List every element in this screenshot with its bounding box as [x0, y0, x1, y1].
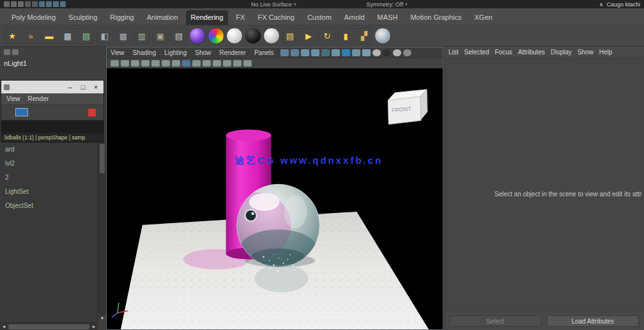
grid-toggle-icon[interactable] [280, 49, 289, 56]
front-image-plane[interactable]: FRONT [388, 90, 427, 125]
render-view-grid-icon[interactable]: ▦ [59, 28, 76, 44]
blinn-shader-sphere-icon[interactable] [263, 28, 280, 44]
menu-item[interactable]: Help [599, 49, 613, 56]
shelf-tab[interactable]: Sculpting [63, 10, 102, 25]
menu-item[interactable]: View [6, 95, 20, 102]
menu-item[interactable]: Focus [494, 49, 512, 56]
lighting-toggle-icon[interactable] [403, 49, 411, 56]
new-scene-icon[interactable] [4, 1, 10, 7]
area-light-icon[interactable]: ▬ [41, 28, 57, 44]
outliner-item[interactable]: LightSet [0, 185, 98, 199]
select-camera-icon[interactable] [111, 60, 119, 67]
menu-item[interactable]: Show [578, 49, 594, 56]
scroll-down-arrow-icon[interactable]: ▾ [98, 315, 106, 322]
shadows-icon[interactable] [233, 60, 241, 67]
snap-curve-icon[interactable] [46, 1, 52, 7]
shading-map-icon[interactable]: ▩ [115, 28, 132, 44]
safe-action-icon[interactable] [332, 49, 340, 56]
panel-menu-item[interactable]: Panels [254, 49, 274, 56]
maximize-button[interactable]: □ [78, 81, 88, 93]
window-titlebar[interactable]: – □ × [1, 81, 103, 93]
batch-render-icon[interactable]: ▮ [337, 28, 354, 44]
outliner-item[interactable]: ard [0, 143, 98, 157]
textured-sphere-icon[interactable] [374, 28, 391, 44]
outliner-item[interactable]: lvl2 [0, 157, 98, 171]
shading-flat-icon[interactable] [383, 49, 391, 56]
ipr-render-icon[interactable]: ↻ [319, 28, 335, 44]
film-gate-icon[interactable] [291, 49, 299, 56]
live-surface-field[interactable]: No Live Surface ▾ [251, 1, 296, 8]
uv-editor-icon[interactable]: ▥ [134, 28, 150, 44]
light-editor-icon[interactable]: ▤ [78, 28, 95, 44]
snap-point-icon[interactable] [53, 1, 59, 7]
panel-menu-item[interactable]: Show [195, 49, 211, 56]
isolate-select-icon[interactable] [182, 60, 190, 67]
symmetry-field[interactable]: Symmetry: Off ▾ [367, 1, 408, 8]
minimize-button[interactable]: – [65, 81, 75, 93]
smooth-shade-icon[interactable] [203, 60, 211, 67]
textured-icon[interactable] [213, 60, 221, 67]
gate-mask-icon[interactable] [311, 49, 319, 56]
image-plane-icon[interactable] [151, 60, 160, 67]
shelf-tab[interactable]: XGen [469, 10, 497, 25]
shelf-tab[interactable]: Arnold [339, 10, 370, 25]
menu-item[interactable]: Render [28, 95, 49, 102]
stop-render-button[interactable] [88, 109, 96, 116]
menu-item[interactable]: Selected [464, 49, 489, 56]
scrollbar-thumb[interactable] [8, 324, 89, 329]
menu-item[interactable]: Display [551, 49, 572, 56]
resolution-gate-icon[interactable] [301, 49, 309, 56]
shading-smooth-icon[interactable] [372, 49, 381, 56]
panel-menu-item[interactable]: Lighting [164, 49, 187, 56]
white-shader-sphere-icon[interactable] [226, 28, 243, 44]
shelf-tab[interactable]: Animation [142, 10, 183, 25]
outliner-horizontal-scrollbar[interactable]: ◂ ▸ [0, 322, 98, 330]
maya-software-sphere-icon[interactable] [189, 28, 206, 44]
panel-filter-icon[interactable] [12, 49, 19, 55]
shading-points-icon[interactable] [393, 49, 401, 56]
shelf-tab[interactable]: MASH [372, 10, 403, 25]
save-scene-icon[interactable] [18, 1, 24, 7]
wireframe-icon[interactable] [192, 60, 201, 67]
panel-menu-icon[interactable] [4, 49, 10, 55]
lock-camera-icon[interactable] [121, 60, 129, 67]
panel-menu-item[interactable]: Shading [133, 49, 157, 56]
shelf-tab[interactable]: Rendering [186, 10, 229, 25]
scroll-left-arrow-icon[interactable]: ◂ [0, 324, 8, 329]
outliner-item[interactable]: 2 [0, 171, 98, 185]
snap-grid-icon[interactable] [39, 1, 45, 7]
point-light-icon[interactable]: ★ [4, 28, 20, 44]
menu-item[interactable]: Attributes [518, 49, 545, 56]
texture-view-icon[interactable]: ▣ [152, 28, 169, 44]
oversampling-icon[interactable] [172, 60, 180, 67]
scrollbar-thumb[interactable] [100, 144, 105, 173]
menu-item[interactable]: List [448, 49, 459, 56]
redo-icon[interactable] [32, 1, 38, 7]
select-button[interactable]: Select [449, 315, 542, 327]
outliner-vertical-scrollbar[interactable]: ▾ [98, 143, 105, 322]
shelf-tab[interactable]: Rigging [105, 10, 139, 25]
close-button[interactable]: × [91, 81, 101, 93]
render-region-icon[interactable] [15, 108, 28, 116]
bookmark-icon[interactable] [141, 60, 150, 67]
spot-light-icon[interactable]: » [22, 28, 39, 44]
hypershade-icon[interactable]: ◧ [96, 28, 113, 44]
shelf-tab[interactable]: FX [231, 10, 250, 25]
xray-icon[interactable] [362, 49, 371, 56]
field-chart-icon[interactable] [321, 49, 330, 56]
open-scene-icon[interactable] [11, 1, 17, 7]
load-attributes-button[interactable]: Load Attributes [547, 315, 640, 327]
default-material-icon[interactable] [352, 49, 360, 56]
viewport-canvas[interactable]: FRONT 迪艺CG www.qdnxxfb.cn [107, 68, 443, 329]
paint-effects-icon[interactable]: ▞ [356, 28, 372, 44]
black-shader-sphere-icon[interactable] [245, 28, 261, 44]
shelf-tab[interactable]: Motion Graphics [405, 10, 466, 25]
undo-icon[interactable] [25, 1, 31, 7]
use-all-lights-icon[interactable] [223, 60, 231, 67]
screen-ao-icon[interactable] [243, 60, 252, 67]
pan-zoom-icon[interactable] [162, 60, 170, 67]
camera-attributes-icon[interactable] [131, 60, 139, 67]
render-current-frame-icon[interactable]: ▶ [300, 28, 317, 44]
snap-plane-icon[interactable] [60, 1, 66, 7]
wireframe-on-shaded-icon[interactable] [342, 49, 350, 56]
